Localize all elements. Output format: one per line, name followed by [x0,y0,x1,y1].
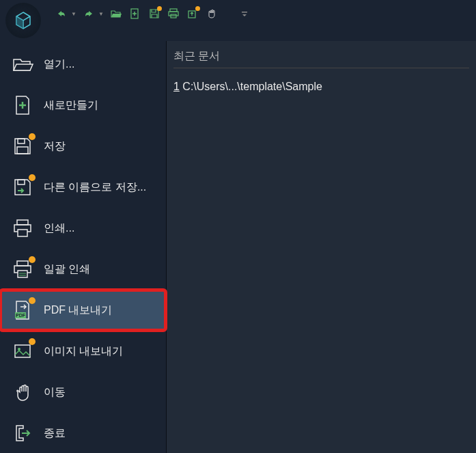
badge-icon [29,297,36,304]
menu-label: 저장 [44,139,66,154]
recent-document-item[interactable]: 1 C:\Users\...\template\Sample [173,78,469,96]
menu-item-move[interactable]: 이동 [0,372,166,413]
svg-rect-9 [17,220,28,225]
undo-button[interactable] [55,7,68,20]
menu-item-pdf-export[interactable]: PDF PDF 내보내기 [0,290,166,331]
file-menu-panel: 열기... 새로만들기 저장 다른 이름으로 저장... [0,41,167,453]
svg-rect-7 [17,147,28,154]
menu-label: 새로만들기 [44,98,98,113]
menu-item-new[interactable]: 새로만들기 [0,85,166,126]
svg-rect-14 [18,271,27,277]
file-new-icon [11,94,34,117]
cube-logo-icon [12,10,34,31]
recent-header: 최근 문서 [173,49,469,68]
app-logo[interactable] [5,3,41,38]
pan-toolbar-button[interactable] [205,7,219,20]
menu-label: 이미지 내보내기 [44,344,123,359]
folder-open-icon [110,8,122,20]
menu-item-exit[interactable]: 종료 [0,413,166,453]
badge-icon [29,256,36,263]
more-icon [240,10,249,18]
svg-text:PDF: PDF [16,313,26,318]
open-toolbar-button[interactable] [109,7,123,20]
pdf-export-icon: PDF [11,299,34,322]
menu-item-image-export[interactable]: 이미지 내보내기 [0,331,166,372]
menu-item-save-as[interactable]: 다른 이름으로 저장... [0,167,166,208]
more-toolbar-button[interactable] [238,7,251,20]
menu-label: 종료 [44,426,66,441]
save-icon [11,135,34,158]
folder-open-icon [11,53,34,76]
menu-label: 열기... [44,57,74,72]
recent-documents-panel: 최근 문서 1 C:\Users\...\template\Sample [167,41,476,453]
redo-icon [83,8,94,19]
hand-icon [11,381,34,404]
new-toolbar-button[interactable] [128,7,142,20]
svg-rect-12 [17,261,28,266]
badge-icon [29,133,36,140]
save-as-icon [11,176,34,199]
print-icon [167,8,180,20]
menu-item-batch-print[interactable]: 일괄 인쇄 [0,249,166,290]
menu-label: 인쇄... [44,221,74,236]
svg-rect-1 [170,9,177,12]
publish-toolbar-button[interactable] [186,7,199,20]
undo-dropdown-icon[interactable]: ▼ [71,11,76,17]
image-export-icon [11,340,34,363]
print-icon [11,217,34,240]
svg-rect-6 [18,139,25,143]
recent-item-path: C:\Users\...\template\Sample [182,81,322,92]
file-new-icon [129,8,141,20]
hand-icon [206,8,218,20]
menu-label: PDF 내보내기 [44,303,112,318]
toolbar-buttons: ▼ ▼ [55,7,251,20]
exit-icon [11,422,34,445]
menu-item-save[interactable]: 저장 [0,126,166,167]
menu-label: 일괄 인쇄 [44,262,90,277]
svg-rect-5 [242,12,247,13]
svg-rect-17 [15,345,30,357]
menu-item-open[interactable]: 열기... [0,44,166,85]
batch-print-icon [11,258,34,281]
svg-rect-2 [169,12,178,16]
menu-label: 이동 [44,385,66,400]
undo-icon [56,8,67,19]
redo-button[interactable] [82,7,96,20]
menu-item-print[interactable]: 인쇄... [0,208,166,249]
badge-icon [29,174,36,181]
main-container: 열기... 새로만들기 저장 다른 이름으로 저장... [0,41,476,453]
svg-rect-8 [18,180,25,184]
badge-icon [29,338,36,345]
menu-label: 다른 이름으로 저장... [44,180,146,195]
print-toolbar-button[interactable] [167,7,180,20]
save-toolbar-button[interactable] [148,7,161,20]
recent-item-number: 1 [173,81,180,92]
redo-dropdown-icon[interactable]: ▼ [98,11,104,17]
svg-rect-11 [18,230,27,236]
main-toolbar: ▼ ▼ [0,0,476,41]
